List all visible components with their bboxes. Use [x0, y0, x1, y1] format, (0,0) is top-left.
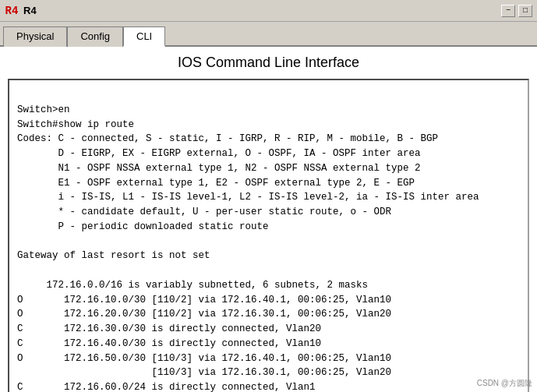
tab-config[interactable]: Config: [67, 26, 123, 47]
minimize-button[interactable]: −: [501, 5, 515, 17]
main-content: IOS Command Line Interface Switch>en Swi…: [0, 47, 537, 392]
maximize-button[interactable]: □: [518, 5, 532, 17]
watermark: CSDN @方圆隆: [477, 378, 532, 389]
app-icon: R4: [5, 4, 19, 18]
window-title: R4: [23, 5, 501, 16]
page-title: IOS Command Line Interface: [8, 55, 529, 71]
tab-bar: Physical Config CLI: [0, 22, 537, 47]
tab-physical[interactable]: Physical: [3, 26, 67, 47]
title-bar: R4 R4 − □: [0, 0, 537, 22]
terminal[interactable]: Switch>en Switch#show ip route Codes: C …: [8, 79, 529, 392]
title-bar-controls: − □: [501, 5, 532, 17]
tab-cli[interactable]: CLI: [123, 26, 165, 47]
